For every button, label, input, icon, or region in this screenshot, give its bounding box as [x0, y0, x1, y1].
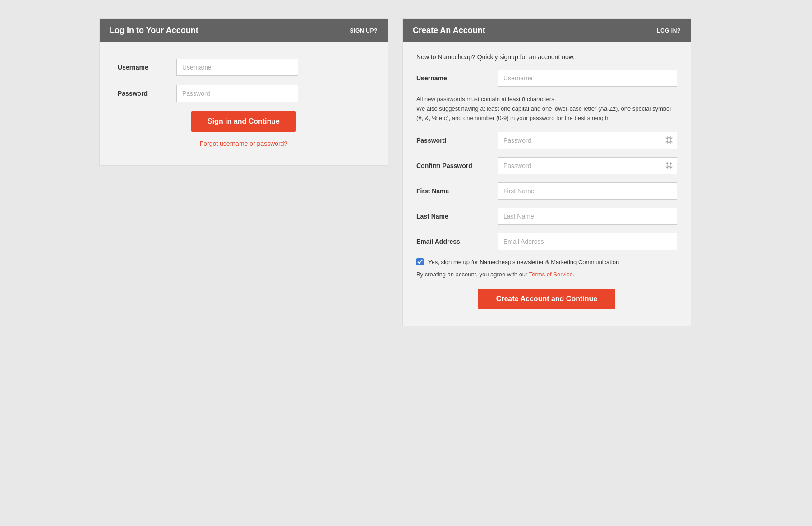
- username-label: Username: [118, 64, 176, 71]
- register-header-title: Create An Account: [413, 26, 485, 35]
- reg-username-wrapper: [498, 70, 677, 87]
- reg-username-label: Username: [416, 74, 498, 82]
- forgot-link[interactable]: Forgot username or password?: [200, 140, 288, 147]
- reg-username-row: Username: [416, 70, 677, 87]
- reg-lastname-label: Last Name: [416, 213, 498, 220]
- reg-username-input[interactable]: [498, 70, 677, 87]
- reg-email-row: Email Address: [416, 233, 677, 250]
- login-signup-link[interactable]: SIGN UP?: [350, 28, 378, 34]
- password-row: Password: [118, 85, 369, 102]
- reg-firstname-label: First Name: [416, 187, 498, 195]
- login-panel: Log In to Your Account SIGN UP? Username…: [99, 18, 388, 166]
- login-body: Username Password Sign in and Continue F…: [100, 42, 388, 165]
- newsletter-label[interactable]: Yes, sign me up for Namecheap's newslett…: [428, 259, 619, 265]
- login-header: Log In to Your Account SIGN UP?: [100, 19, 388, 42]
- register-login-link[interactable]: LOG IN?: [657, 28, 681, 34]
- tos-link[interactable]: Terms of Service.: [529, 271, 574, 278]
- reg-firstname-wrapper: [498, 182, 677, 200]
- password-label: Password: [118, 90, 176, 97]
- reg-lastname-wrapper: [498, 208, 677, 225]
- create-btn-row: Create Account and Continue: [416, 289, 677, 309]
- reg-password-row: Password ⁑⁑: [416, 132, 677, 149]
- sign-in-button[interactable]: Sign in and Continue: [191, 111, 296, 132]
- reg-email-input[interactable]: [498, 233, 677, 250]
- username-input[interactable]: [176, 59, 298, 76]
- page-container: Log In to Your Account SIGN UP? Username…: [99, 18, 713, 326]
- reg-lastname-input[interactable]: [498, 208, 677, 225]
- username-row: Username: [118, 59, 369, 76]
- password-hint: All new passwords must contain at least …: [416, 95, 677, 123]
- reg-confirm-password-label: Confirm Password: [416, 162, 498, 169]
- reg-confirm-password-row: Confirm Password ⁑⁑: [416, 157, 677, 174]
- reg-password-wrapper: ⁑⁑: [498, 132, 677, 149]
- reg-firstname-input[interactable]: [498, 182, 677, 200]
- reg-password-input[interactable]: [498, 132, 677, 149]
- password-toggle-icon[interactable]: ⁑⁑: [665, 136, 673, 145]
- register-intro: New to Namecheap? Quickly signup for an …: [416, 53, 677, 61]
- reg-firstname-row: First Name: [416, 182, 677, 200]
- reg-confirm-password-wrapper: ⁑⁑: [498, 157, 677, 174]
- reg-lastname-row: Last Name: [416, 208, 677, 225]
- password-input[interactable]: [176, 85, 298, 102]
- tos-text: By creating an account, you agree with o…: [416, 271, 677, 278]
- register-body: New to Namecheap? Quickly signup for an …: [403, 42, 691, 326]
- login-actions: Sign in and Continue Forgot username or …: [118, 111, 369, 147]
- reg-confirm-password-input[interactable]: [498, 157, 677, 174]
- newsletter-row: Yes, sign me up for Namecheap's newslett…: [416, 258, 677, 265]
- register-header: Create An Account LOG IN?: [403, 19, 691, 42]
- create-account-button[interactable]: Create Account and Continue: [478, 289, 615, 309]
- register-panel: Create An Account LOG IN? New to Nameche…: [402, 18, 691, 326]
- reg-email-label: Email Address: [416, 238, 498, 245]
- newsletter-checkbox[interactable]: [416, 258, 424, 265]
- confirm-password-toggle-icon[interactable]: ⁑⁑: [665, 162, 673, 170]
- login-header-title: Log In to Your Account: [110, 26, 198, 35]
- reg-password-label: Password: [416, 137, 498, 144]
- reg-email-wrapper: [498, 233, 677, 250]
